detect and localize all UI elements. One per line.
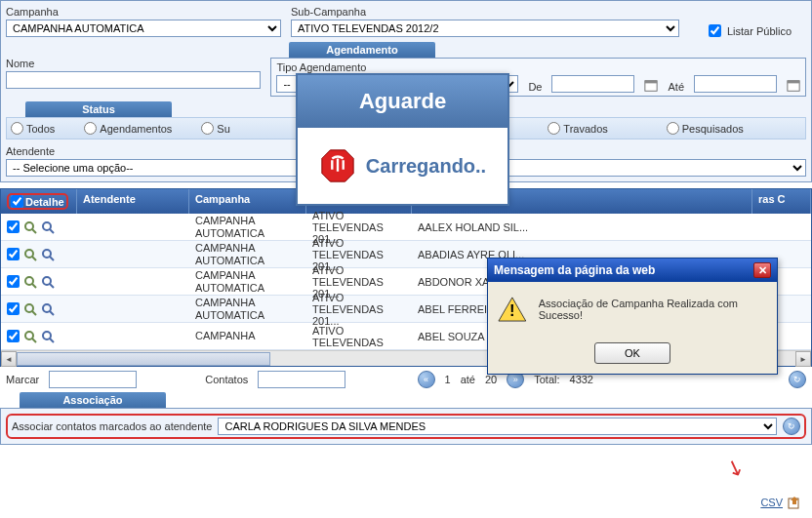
loading-overlay: Aguarde Carregando.. <box>296 73 509 206</box>
svg-rect-3 <box>788 81 799 84</box>
svg-point-10 <box>43 250 51 258</box>
associar-go-button[interactable]: ↻ <box>783 418 800 435</box>
row-checkbox[interactable] <box>7 275 20 288</box>
cell-campanha: CAMPANHA AUTOMATICA <box>189 267 306 295</box>
csv-link[interactable]: CSV <box>760 497 783 508</box>
outras-header: ras C <box>752 189 811 214</box>
svg-line-11 <box>50 257 54 260</box>
scroll-thumb[interactable] <box>17 352 270 366</box>
close-icon[interactable]: ✕ <box>753 262 771 278</box>
magnifier-icon[interactable] <box>41 220 55 234</box>
associacao-panel: Associar contatos marcados ao atendente … <box>0 408 812 445</box>
calendar-icon[interactable] <box>787 79 800 93</box>
magnifier-icon[interactable] <box>41 248 55 261</box>
svg-line-5 <box>32 229 36 233</box>
svg-point-12 <box>25 277 33 285</box>
cell-subcampanha: ATIVO TELEVENDAS <box>306 323 412 350</box>
dialog-title: Mensagem da página da web <box>494 263 655 277</box>
nome-label: Nome <box>6 58 261 69</box>
dialog-message: Associação de Campanha Realizada com Suc… <box>539 298 767 321</box>
ok-button[interactable]: OK <box>594 342 670 364</box>
row-checkbox[interactable] <box>7 220 20 233</box>
listar-publico-checkbox[interactable] <box>709 24 721 37</box>
magnifier-icon[interactable] <box>23 220 37 234</box>
subcampanha-select[interactable]: ATIVO TELEVENDAS 2012/2 <box>291 20 679 37</box>
ate-input[interactable] <box>694 75 777 93</box>
svg-line-19 <box>50 311 54 315</box>
listar-publico-label: Listar Público <box>727 25 792 37</box>
contatos-label: Contatos <box>205 374 248 385</box>
magnifier-icon[interactable] <box>23 302 37 316</box>
svg-rect-1 <box>645 81 657 84</box>
loading-title: Aguarde <box>298 75 508 128</box>
svg-point-16 <box>25 304 33 312</box>
marcar-input[interactable] <box>49 371 137 388</box>
warning-icon: ! <box>498 296 527 323</box>
nome-input[interactable] <box>6 71 261 89</box>
total-label: Total: <box>534 374 559 385</box>
svg-point-8 <box>25 250 33 258</box>
contatos-input[interactable] <box>258 371 345 388</box>
prev-page-button[interactable]: « <box>418 371 435 388</box>
status-header: Status <box>25 101 172 117</box>
row-checkbox[interactable] <box>7 248 20 260</box>
cell-campanha: CAMPANHA AUTOMATICA <box>189 213 306 240</box>
export-icon[interactable] <box>787 495 802 510</box>
magnifier-icon[interactable] <box>23 275 37 289</box>
ate-label: Até <box>668 81 684 93</box>
associacao-header: Associação <box>20 392 166 408</box>
status-pesq-radio[interactable] <box>667 122 679 135</box>
row-checkbox[interactable] <box>7 330 20 342</box>
magnifier-icon[interactable] <box>41 275 55 289</box>
magnifier-icon[interactable] <box>23 248 37 261</box>
magnifier-icon[interactable] <box>41 330 55 343</box>
campanha-header: Campanha <box>189 189 306 214</box>
scroll-left-icon[interactable]: ◄ <box>1 351 17 367</box>
svg-point-4 <box>25 222 33 230</box>
magnifier-icon[interactable] <box>23 330 37 343</box>
total-value: 4332 <box>570 374 593 385</box>
svg-point-18 <box>43 304 51 312</box>
annotation-arrow: ↘ <box>722 454 748 484</box>
status-su-radio[interactable] <box>201 122 214 135</box>
svg-line-21 <box>32 339 36 342</box>
svg-text:!: ! <box>509 301 515 320</box>
loading-text: Carregando.. <box>366 155 486 178</box>
campanha-label: Campanha <box>6 6 281 18</box>
refresh-button[interactable]: ↻ <box>789 371 806 388</box>
cell-campanha: CAMPANHA AUTOMATICA <box>189 295 306 322</box>
calendar-icon[interactable] <box>644 79 658 93</box>
agendamento-header: Agendamento <box>289 42 435 58</box>
svg-line-17 <box>32 311 36 315</box>
svg-line-9 <box>32 257 36 260</box>
svg-point-22 <box>43 332 51 339</box>
marcar-label: Marcar <box>6 374 39 385</box>
associar-select[interactable]: CARLA RODRIGUES DA SILVA MENDES <box>218 418 777 435</box>
svg-line-7 <box>50 229 54 233</box>
svg-point-20 <box>25 332 33 339</box>
cell-campanha: CAMPANHA <box>189 328 306 343</box>
select-all-checkbox[interactable] <box>11 195 23 208</box>
de-label: De <box>528 81 542 93</box>
page-size: 20 <box>485 374 497 385</box>
status-todos-radio[interactable] <box>11 122 23 135</box>
row-checkbox[interactable] <box>7 302 20 315</box>
svg-point-6 <box>43 222 51 230</box>
stop-icon <box>319 147 356 184</box>
campanha-select[interactable]: CAMPANHA AUTOMATICA <box>6 20 281 37</box>
status-agend-radio[interactable] <box>84 122 97 135</box>
cell-nome: AALEX HOLAND SIL... <box>412 219 811 235</box>
tipo-agend-label: Tipo Agendamento <box>276 61 518 73</box>
atendente-header: Atendente <box>77 189 189 214</box>
de-input[interactable] <box>551 75 634 93</box>
message-dialog: Mensagem da página da web ✕ ! Associação… <box>487 258 778 375</box>
svg-line-23 <box>50 339 54 342</box>
svg-point-14 <box>43 277 51 285</box>
cell-campanha: CAMPANHA AUTOMATICA <box>189 240 306 267</box>
detalhe-header: Detalhe <box>25 196 64 208</box>
scroll-right-icon[interactable]: ► <box>795 351 811 367</box>
status-travados-radio[interactable] <box>548 122 560 135</box>
magnifier-icon[interactable] <box>41 302 55 316</box>
subcampanha-label: Sub-Campanha <box>291 6 679 18</box>
svg-line-15 <box>50 284 54 288</box>
